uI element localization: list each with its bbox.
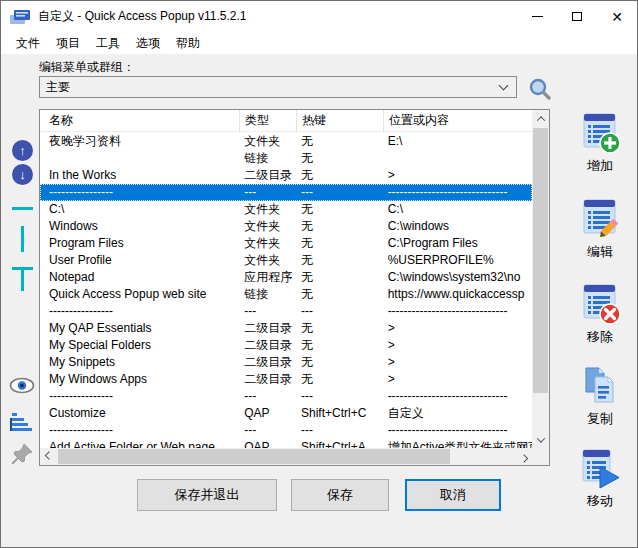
- table-cell: ---: [239, 422, 296, 439]
- remove-item-icon: [578, 284, 622, 326]
- scroll-down-arrow[interactable]: [532, 431, 549, 448]
- table-row[interactable]: 夜晚学习资料文件夹无E:\: [40, 133, 532, 150]
- column-header[interactable]: 类型: [240, 110, 297, 131]
- menu-help[interactable]: 帮助: [168, 33, 208, 54]
- scroll-up-arrow[interactable]: [532, 110, 549, 127]
- preview-eye-button[interactable]: [9, 377, 35, 394]
- save-button[interactable]: 保存: [291, 479, 389, 511]
- edit-button[interactable]: 编辑: [564, 199, 636, 261]
- add-button-label: 增加: [564, 157, 636, 175]
- menu-file[interactable]: 文件: [8, 33, 48, 54]
- table-cell: ---: [239, 388, 296, 405]
- move-button-label: 移动: [564, 492, 636, 510]
- table-row[interactable]: ----------------------------------------…: [40, 422, 532, 439]
- table-cell: My QAP Essentials: [40, 320, 239, 337]
- table-cell: >: [383, 167, 532, 184]
- sort-bars-icon: [10, 413, 32, 431]
- table-cell: 文件夹: [239, 133, 296, 150]
- table-cell: 无: [296, 286, 383, 303]
- table-cell: 应用程序: [239, 269, 296, 286]
- scroll-right-arrow[interactable]: [515, 448, 532, 465]
- table-cell: [40, 150, 239, 167]
- column-header[interactable]: 位置或内容: [384, 110, 534, 131]
- move-button[interactable]: 移动: [564, 448, 636, 510]
- window-controls: ✕: [517, 1, 637, 32]
- column-header[interactable]: 热键: [297, 110, 384, 131]
- table-cell: ------------------------------: [383, 422, 532, 439]
- add-column-break-button[interactable]: [21, 226, 24, 252]
- table-row[interactable]: User Profile文件夹无%USERPROFILE%: [40, 252, 532, 269]
- table-row[interactable]: My Windows Apps二级目录无>: [40, 371, 532, 388]
- remove-button-label: 移除: [564, 328, 636, 346]
- minimize-button[interactable]: [517, 1, 557, 32]
- add-button[interactable]: 增加: [564, 113, 636, 175]
- pin-button[interactable]: [10, 442, 34, 466]
- table-cell: ----------------: [40, 422, 239, 439]
- table-row[interactable]: ----------------------------------------…: [40, 388, 532, 405]
- menu-tools[interactable]: 工具: [88, 33, 128, 54]
- table-cell: 二级目录: [239, 337, 296, 354]
- table-cell: 无: [296, 218, 383, 235]
- table-cell: 二级目录: [239, 320, 296, 337]
- move-up-button[interactable]: ↑: [12, 140, 33, 161]
- minimize-icon: [532, 16, 543, 17]
- save-and-exit-button[interactable]: 保存并退出: [137, 479, 277, 511]
- table-cell: 链接: [239, 286, 296, 303]
- maximize-button[interactable]: [557, 1, 597, 32]
- add-separator-button[interactable]: [12, 207, 33, 210]
- items-table: 名称类型热键位置或内容 夜晚学习资料文件夹无E:\链接无In the Works…: [39, 109, 550, 466]
- table-cell: Quick Access Popup web site: [40, 286, 239, 303]
- table-row[interactable]: My Snippets二级目录无>: [40, 354, 532, 371]
- cancel-button[interactable]: 取消: [405, 479, 501, 511]
- horizontal-scrollbar[interactable]: [40, 448, 532, 465]
- table-row[interactable]: 链接无: [40, 150, 532, 167]
- table-cell: ---: [296, 388, 383, 405]
- table-row[interactable]: Windows文件夹无C:\windows: [40, 218, 532, 235]
- window-title: 自定义 - Quick Access Popup v11.5.2.1: [38, 8, 247, 25]
- table-cell: 二级目录: [239, 371, 296, 388]
- table-cell: 文件夹: [239, 201, 296, 218]
- table-cell: https://www.quickaccessp: [383, 286, 532, 303]
- table-cell: 无: [296, 167, 383, 184]
- table-cell: Customize: [40, 405, 239, 422]
- table-cell: %USERPROFILE%: [383, 252, 532, 269]
- app-window: 自定义 - Quick Access Popup v11.5.2.1 ✕ 文件 …: [0, 0, 638, 548]
- remove-button[interactable]: 移除: [564, 284, 636, 346]
- table-cell: [383, 150, 532, 167]
- close-button[interactable]: ✕: [597, 1, 637, 32]
- table-row[interactable]: Quick Access Popup web site链接无https://ww…: [40, 286, 532, 303]
- table-cell: ---: [239, 303, 296, 320]
- table-cell: C:\: [383, 201, 532, 218]
- table-cell: 文件夹: [239, 235, 296, 252]
- scroll-left-arrow[interactable]: [40, 448, 57, 465]
- table-cell: 自定义: [383, 405, 532, 422]
- table-cell: ----------------: [40, 388, 239, 405]
- table-cell: User Profile: [40, 252, 239, 269]
- sort-button[interactable]: [10, 412, 34, 432]
- table-row[interactable]: ----------------------------------------…: [40, 303, 532, 320]
- table-row[interactable]: Notepad应用程序无C:\windows\system32\no: [40, 269, 532, 286]
- table-row[interactable]: ----------------------------------------…: [40, 184, 532, 201]
- move-down-button[interactable]: ↓: [12, 164, 33, 185]
- table-cell: 夜晚学习资料: [40, 133, 239, 150]
- menu-item[interactable]: 项目: [48, 33, 88, 54]
- table-row[interactable]: In the Works二级目录无>: [40, 167, 532, 184]
- table-row[interactable]: C:\文件夹无C:\: [40, 201, 532, 218]
- table-row[interactable]: CustomizeQAPShift+Ctrl+C自定义: [40, 405, 532, 422]
- table-row[interactable]: My Special Folders二级目录无>: [40, 337, 532, 354]
- menu-selector-label: 编辑菜单或群组：: [39, 59, 135, 76]
- copy-button[interactable]: 复制: [564, 366, 636, 428]
- table-cell: C:\windows\system32\no: [383, 269, 532, 286]
- move-item-icon: [578, 448, 622, 490]
- menu-options[interactable]: 选项: [128, 33, 168, 54]
- vertical-scroll-thumb[interactable]: [533, 128, 548, 393]
- copy-item-icon: [578, 366, 622, 408]
- table-row[interactable]: My QAP Essentials二级目录无>: [40, 320, 532, 337]
- horizontal-scroll-thumb[interactable]: [58, 449, 450, 464]
- table-row[interactable]: Program Files文件夹无C:\Program Files: [40, 235, 532, 252]
- vertical-scrollbar[interactable]: [532, 110, 549, 448]
- search-button[interactable]: [528, 77, 552, 101]
- column-header[interactable]: 名称: [40, 110, 240, 131]
- table-cell: 无: [296, 133, 383, 150]
- menu-selector-dropdown[interactable]: 主要: [39, 76, 517, 98]
